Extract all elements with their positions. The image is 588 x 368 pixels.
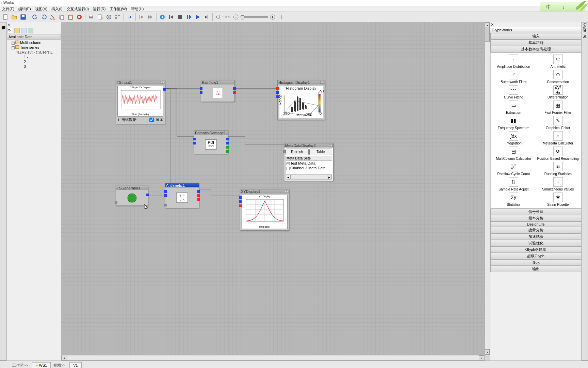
glyph-item-sample-rate-adjust[interactable]: ⇅Sample Rate Adjust bbox=[492, 177, 535, 191]
node-histogram[interactable]: HistogramDisplay1– Histogram Display 0.8… bbox=[277, 80, 325, 120]
workflow-canvas[interactable]: TSInput1– TSInput XY Display Time (Secon… bbox=[61, 22, 485, 355]
glyph-item-statistics[interactable]: ΣyStatistics bbox=[492, 192, 535, 207]
glyph-item-simultaneous-values[interactable]: ⫠Simultaneous Values bbox=[537, 177, 580, 191]
glyph-item-butterworth-filter[interactable]: ⎎Butterworth Filter bbox=[492, 70, 535, 84]
tab-v1[interactable]: V1 bbox=[69, 362, 81, 368]
glyph-item-running-statistics[interactable]: ≋Running Statistics bbox=[537, 162, 580, 176]
refresh-icon[interactable]: ⟳ bbox=[7, 28, 13, 33]
glyph-item-amplitude-distribution[interactable]: ⫞Amplitude Distribution bbox=[492, 54, 535, 69]
minimize-icon[interactable]: – bbox=[321, 81, 324, 84]
paste-button[interactable] bbox=[66, 13, 75, 21]
left-close-button[interactable]: ✕ bbox=[7, 22, 11, 27]
pause-step-button[interactable] bbox=[185, 13, 193, 21]
port[interactable] bbox=[146, 194, 149, 196]
port[interactable] bbox=[193, 142, 196, 144]
right-close-button[interactable]: ✕ bbox=[491, 22, 494, 27]
port[interactable] bbox=[226, 146, 229, 149]
node-tsinput[interactable]: TSInput1– TSInput XY Display Time (Secon… bbox=[116, 80, 165, 124]
print-button[interactable] bbox=[87, 13, 95, 21]
port[interactable] bbox=[233, 87, 236, 90]
glyph-item-fast-fourier-filter[interactable]: ▦Fast Fourier Filter bbox=[537, 100, 580, 115]
stop-button[interactable] bbox=[176, 13, 184, 21]
menu-edit[interactable]: 编辑(E) bbox=[16, 6, 33, 12]
tree-file[interactable]: -ZH2.s3t - c:\Users\L bbox=[7, 50, 60, 55]
port[interactable] bbox=[197, 194, 200, 197]
sec-sig[interactable]: 信号处理 bbox=[490, 209, 581, 215]
settings-button[interactable] bbox=[105, 13, 113, 21]
copy-button[interactable] bbox=[58, 13, 66, 21]
cut-button[interactable] bbox=[49, 13, 57, 21]
sec-fatigue[interactable]: 疲劳分析 bbox=[490, 227, 581, 233]
menu-help[interactable]: 帮助(H) bbox=[129, 6, 146, 12]
menu-interactive-run[interactable]: 交互式运行(I) bbox=[65, 6, 91, 12]
node-title-selected[interactable]: Arithmetic1 bbox=[165, 183, 199, 187]
tree-ch3[interactable]: 3 - bbox=[7, 64, 60, 69]
node-rainflow[interactable]: Rainflow1 ≋ bbox=[201, 80, 235, 102]
minimize-icon[interactable]: – bbox=[285, 190, 288, 193]
folder-icon[interactable] bbox=[14, 28, 20, 33]
meta-row2[interactable]: +Channel 3 Meta Data bbox=[286, 166, 332, 170]
port[interactable] bbox=[239, 200, 242, 203]
port[interactable] bbox=[239, 204, 242, 207]
menu-view[interactable]: 视图(V) bbox=[33, 6, 50, 12]
sec-dsp[interactable]: 基本数字信号处理 bbox=[490, 46, 581, 52]
sec-builder[interactable]: Glyph创建器 bbox=[490, 246, 581, 253]
port[interactable] bbox=[226, 150, 229, 153]
scroll-left-icon[interactable]: ◂ bbox=[286, 175, 291, 179]
node-arithmetic[interactable]: Arithmetic1 + −÷ × bbox=[165, 183, 199, 208]
glyph-item-concatenation[interactable]: ⊙Concatenation bbox=[537, 70, 580, 84]
scroll-right-icon[interactable]: ▸ bbox=[327, 175, 332, 179]
port[interactable] bbox=[200, 87, 202, 90]
node-tsgenerator[interactable]: TSGenerator1 bbox=[116, 186, 148, 206]
glyph-item-integration[interactable]: ∫dxIntegration bbox=[492, 131, 535, 145]
sec-accel[interactable]: 加速试验 bbox=[490, 233, 581, 240]
menu-file[interactable]: 文件(F) bbox=[0, 6, 16, 12]
tree-ch2[interactable]: 2 - bbox=[7, 59, 60, 64]
glyph-item-metadata-calculator[interactable]: ≡Metadata Calculator bbox=[537, 131, 580, 145]
port[interactable] bbox=[193, 138, 196, 140]
glyph-item-differentiation[interactable]: ∂y/∂xDifferentiation bbox=[537, 85, 580, 99]
port[interactable] bbox=[164, 204, 167, 206]
glyph-item-arithmetic[interactable]: ±÷Arithmetic bbox=[537, 54, 580, 69]
save-button[interactable] bbox=[19, 13, 27, 21]
add-button[interactable] bbox=[158, 13, 166, 21]
zoom-out-button[interactable] bbox=[232, 13, 240, 21]
port[interactable] bbox=[197, 198, 200, 201]
minimize-icon[interactable]: – bbox=[329, 144, 332, 147]
port[interactable] bbox=[115, 201, 117, 204]
play-button[interactable] bbox=[194, 13, 202, 21]
undo-button[interactable] bbox=[31, 13, 39, 21]
sec-input[interactable]: 输入 bbox=[490, 33, 581, 40]
zoom-in-button[interactable] bbox=[268, 13, 277, 21]
node-title[interactable]: TSInput1– bbox=[116, 80, 165, 85]
glyph-item-graphical-editor[interactable]: ✎Graphical Editor bbox=[537, 116, 580, 130]
sec-design[interactable]: DesignLife bbox=[490, 221, 581, 227]
table-button[interactable]: Table bbox=[309, 149, 332, 155]
canvas-area[interactable]: TSInput1– TSInput XY Display Time (Secon… bbox=[61, 22, 490, 361]
port[interactable] bbox=[226, 138, 229, 140]
step-2-button[interactable] bbox=[146, 13, 154, 21]
glyph-item-extraction[interactable]: ▭Extraction bbox=[492, 100, 535, 115]
skip-back-button[interactable] bbox=[167, 13, 175, 21]
menu-insert[interactable]: 插入(I) bbox=[49, 6, 64, 12]
skip-fwd-button[interactable] bbox=[202, 13, 211, 21]
menu-run[interactable]: 运行(R) bbox=[91, 6, 108, 12]
meta-row1[interactable]: +Test Meta Data bbox=[286, 161, 332, 166]
ime-down-icon[interactable]: ↓ bbox=[560, 4, 567, 11]
port[interactable] bbox=[276, 91, 279, 94]
glyph-item-curve-fitting[interactable]: 〰Curve Fitting bbox=[492, 85, 535, 99]
zoom-slider[interactable] bbox=[241, 16, 268, 18]
sec-display[interactable]: 显示 bbox=[490, 259, 581, 266]
delete-button[interactable] bbox=[75, 13, 83, 21]
glyph-item-rainflow-cycle-count[interactable]: ⛆Rainflow Cycle Count bbox=[492, 162, 535, 176]
port-out[interactable] bbox=[163, 88, 166, 91]
tree-ch1[interactable]: 1 - bbox=[7, 55, 60, 59]
glyph-item-multicolumn-calculator[interactable]: ▤MultiColumn Calculator bbox=[492, 146, 535, 161]
arrange-button[interactable] bbox=[114, 13, 122, 21]
print-preview-button[interactable] bbox=[96, 13, 104, 21]
port[interactable] bbox=[200, 91, 202, 94]
zoom-fit-button[interactable] bbox=[214, 13, 223, 21]
node-potentialdamage[interactable]: PotentialDamage1 PDIS↘N bbox=[194, 131, 228, 154]
port[interactable] bbox=[197, 190, 200, 193]
glyph-item-strain-rosette[interactable]: ✱Strain Rosette bbox=[537, 192, 580, 207]
